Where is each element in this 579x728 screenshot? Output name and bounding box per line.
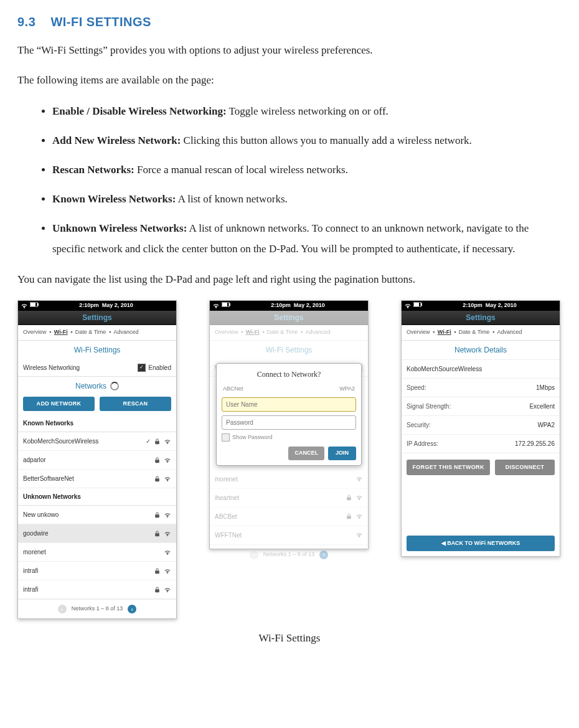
svg-rect-12 [222, 303, 227, 306]
svg-rect-3 [155, 441, 159, 444]
crumb-wifi[interactable]: Wi-Fi [246, 329, 260, 335]
rescan-button[interactable]: RESCAN [100, 397, 171, 412]
screenshot-connect-modal: 2:10pm May 2, 2010 Settings Overview ▪ W… [209, 300, 369, 549]
crumb-advanced[interactable]: Advanced [306, 329, 331, 335]
network-row[interactable]: morenet [18, 543, 176, 562]
screenshots-row: 2:10pm May 2, 2010 Settings Overview ▪ W… [17, 300, 562, 619]
crumb-advanced[interactable]: Advanced [114, 329, 139, 335]
screenshot-network-details: 2:10pm May 2, 2010 Settings Overview ▪ W… [401, 300, 560, 557]
svg-rect-2 [31, 303, 35, 306]
wifi-icon [164, 586, 171, 593]
network-row[interactable]: adparlor [18, 451, 176, 470]
crumb-wifi[interactable]: Wi-Fi [54, 329, 68, 335]
security-label: Security: [407, 420, 431, 430]
network-name: WFFTNet [215, 531, 242, 540]
screenshot-wifi-settings: 2:10pm May 2, 2010 Settings Overview ▪ W… [17, 300, 177, 619]
window-title: Settings [402, 311, 560, 325]
crumb-datetime[interactable]: Date & Time [267, 329, 298, 335]
enabled-checkbox[interactable]: ✓ [138, 364, 146, 372]
known-networks-heading: Known Networks [18, 415, 176, 432]
network-row[interactable]: BetterSoftwareNet [18, 470, 176, 488]
status-bar: 2:10pm May 2, 2010 [18, 301, 176, 311]
pagination: ‹ Networks 1 – 8 of 13 › [18, 599, 176, 618]
back-to-wifi-networks-button[interactable]: ◀ BACK TO WiFi NETWORKS [407, 536, 555, 552]
cancel-button[interactable]: CANCEL [288, 447, 324, 460]
network-row[interactable]: goodwire [18, 524, 176, 543]
network-row[interactable]: ABCBet [210, 508, 368, 526]
pager-text: Networks 1 – 8 of 13 [72, 605, 123, 613]
ip-label: IP Address: [407, 439, 438, 448]
crumb-overview[interactable]: Overview [23, 329, 47, 335]
join-button[interactable]: JOIN [328, 447, 356, 460]
security-value: WPA2 [537, 420, 555, 430]
section-heading: 9.3 WI-FI SETTINGS [17, 12, 562, 31]
pagination: ‹ Networks 1 – 8 of 13 › [210, 545, 368, 564]
wifi-icon [164, 567, 171, 575]
lock-icon [154, 438, 160, 445]
wifi-icon [164, 511, 171, 519]
window-title: Settings [210, 311, 368, 325]
lock-icon [154, 568, 160, 574]
items-list: Enable / Disable Wireless Networking: To… [35, 101, 562, 260]
crumb-advanced[interactable]: Advanced [497, 329, 522, 335]
svg-rect-14 [347, 516, 351, 519]
wireless-networking-row: Wireless Networking ✓ Enabled [18, 359, 176, 377]
svg-rect-4 [155, 460, 159, 463]
intro-paragraph: The “Wi-Fi Settings” provides you with o… [17, 41, 562, 60]
wifi-status-icon [212, 302, 220, 310]
network-name: KoboMerchSourceWireless [23, 437, 98, 446]
svg-rect-6 [155, 514, 159, 518]
network-name: morenet [23, 547, 46, 557]
network-name: iheartnet [215, 493, 239, 503]
pager-next-button[interactable]: › [128, 605, 136, 613]
disconnect-button[interactable]: DISCONNECT [495, 460, 555, 476]
network-row[interactable]: KoboMerchSourceWireless ✓ [18, 432, 176, 451]
item-bold: Unknown Wireless Networks: [52, 222, 187, 234]
item-bold: Known Wireless Networks: [52, 193, 176, 205]
item-text: Clicking this button allows you to manua… [181, 135, 471, 146]
wifi-icon [164, 438, 171, 445]
network-row[interactable]: New unkowo [18, 506, 176, 524]
forget-network-button[interactable]: FORGET THIS NETWORK [407, 460, 490, 476]
battery-icon [30, 302, 39, 310]
status-time: 2:10pm [79, 302, 99, 308]
wifi-icon [355, 475, 363, 483]
section-number: 9.3 [17, 15, 35, 29]
lock-icon [154, 587, 160, 593]
connect-to-network-dialog: Connect to Network? ABCNet WPA2 Show Pas… [216, 363, 362, 466]
item-text: Toggle wireless networking on or off. [227, 105, 388, 117]
crumb-wifi[interactable]: Wi-Fi [438, 329, 451, 335]
lock-icon [346, 513, 352, 519]
network-row[interactable]: intrafi [18, 580, 176, 599]
breadcrumb: Overview ▪ Wi-Fi ▪ Date & Time ▪ Advance… [210, 325, 368, 341]
network-row[interactable]: WFFTNet [210, 526, 368, 545]
page-title: Network Details [402, 341, 560, 359]
crumb-overview[interactable]: Overview [407, 329, 430, 335]
crumb-datetime[interactable]: Date & Time [75, 329, 106, 335]
lock-icon [154, 531, 160, 537]
network-name: adparlor [23, 455, 46, 465]
wifi-icon [355, 513, 363, 520]
show-password-checkbox[interactable] [222, 433, 230, 442]
speed-label: Speed: [407, 383, 426, 392]
svg-rect-16 [421, 303, 422, 306]
wifi-icon [164, 475, 171, 483]
pager-prev-button[interactable]: ‹ [250, 551, 258, 559]
section-title: WI-FI SETTINGS [50, 15, 151, 29]
speed-value: 1Mbps [536, 383, 555, 392]
username-input[interactable] [222, 397, 356, 412]
network-row[interactable]: intrafi [18, 562, 176, 580]
add-network-button[interactable]: ADD NETWORK [23, 397, 95, 412]
network-name: goodwire [23, 529, 49, 538]
battery-icon [222, 302, 230, 310]
pager-prev-button[interactable]: ‹ [58, 605, 67, 613]
svg-rect-5 [155, 478, 159, 481]
password-input[interactable] [222, 415, 356, 430]
network-row[interactable]: iheartnet [210, 489, 368, 508]
network-row[interactable]: morenet [210, 470, 368, 489]
crumb-overview[interactable]: Overview [215, 329, 238, 335]
item-text: Force a manual rescan of local wireless … [134, 164, 348, 176]
crumb-datetime[interactable]: Date & Time [459, 329, 490, 335]
pager-next-button[interactable]: › [319, 551, 328, 559]
signal-label: Signal Strength: [407, 402, 451, 411]
